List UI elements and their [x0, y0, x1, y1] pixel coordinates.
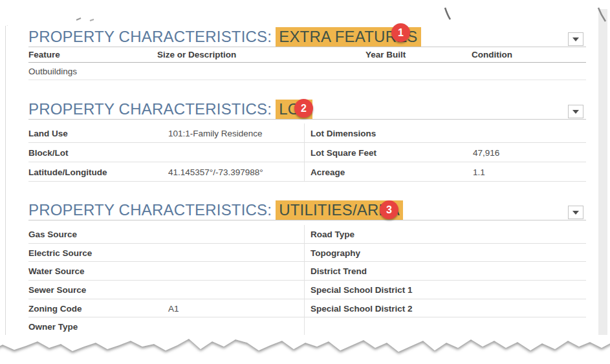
field-label: District Trend: [310, 266, 367, 276]
section-collapse-button[interactable]: [568, 206, 583, 219]
table-row: Outbuildings: [28, 63, 586, 80]
table-row: Water Source District Trend: [28, 262, 586, 281]
table-row: Owner Type: [28, 317, 586, 336]
table-row: Sewer Source Special School District 1: [28, 281, 586, 299]
field-label: Lot Dimensions: [310, 129, 376, 138]
field-label: Land Use: [28, 129, 68, 138]
feature-cell: Outbuildings: [28, 67, 77, 76]
section-header: PROPERTY CHARACTERISTICS:UTILITIES/AREA: [28, 201, 586, 220]
section-title: PROPERTY CHARACTERISTICS:EXTRA FEATURES: [28, 28, 421, 45]
table-row: Latitude/Longitude 41.145357°/-73.397988…: [28, 162, 586, 182]
field-label: Block/Lot: [28, 148, 69, 158]
field-value: 47,916: [473, 148, 499, 158]
scrollbar-track[interactable]: [598, 9, 607, 343]
table-row: Block/Lot Lot Square Feet 47,916: [28, 143, 586, 162]
section-title: PROPERTY CHARACTERISTICS:LOT: [28, 100, 312, 118]
field-label: Special School District 1: [310, 285, 413, 295]
field-label: Electric Source: [28, 248, 92, 258]
field-label: Gas Source: [28, 230, 77, 239]
panel-left-border: [5, 26, 6, 343]
table-row: Electric Source Topography: [28, 244, 586, 262]
field-label: Zoning Code: [28, 304, 82, 314]
section-header: PROPERTY CHARACTERISTICS:EXTRA FEATURES: [28, 28, 586, 47]
section-title-prefix: PROPERTY CHARACTERISTICS:: [28, 28, 272, 45]
section-extra-features: PROPERTY CHARACTERISTICS:EXTRA FEATURES …: [28, 28, 586, 80]
torn-bottom-edge: [0, 335, 610, 364]
field-label: Road Type: [310, 230, 354, 239]
column-header: Feature: [28, 50, 60, 59]
field-label: Water Source: [28, 266, 85, 276]
table-header-row: Feature Size or Description Year Built C…: [28, 48, 586, 63]
field-value: 1.1: [473, 167, 485, 177]
column-header: Year Built: [365, 50, 406, 59]
section-collapse-button[interactable]: [568, 105, 583, 118]
utilities-table: Gas Source Road Type Electric Source Top…: [28, 225, 586, 336]
field-label: Lot Square Feet: [310, 148, 376, 158]
lot-table: Land Use 101:1-Family Residence Lot Dime…: [28, 123, 586, 182]
property-report-page: PROPERTY CHARACTERISTICS:EXTRA FEATURES …: [0, 0, 610, 364]
chevron-down-icon: [572, 211, 579, 215]
field-label: Topography: [310, 248, 360, 258]
field-value: A1: [168, 304, 179, 314]
field-value: 41.145357°/-73.397988°: [168, 167, 263, 177]
field-label: Owner Type: [28, 322, 78, 332]
table-row: Zoning Code A1 Special School District 2: [28, 299, 586, 318]
table-row: Land Use 101:1-Family Residence Lot Dime…: [28, 123, 586, 143]
callout-badge-2: 2: [294, 99, 313, 118]
section-title-prefix: PROPERTY CHARACTERISTICS:: [28, 100, 272, 118]
torn-top-edge: [0, 0, 610, 26]
field-value: 101:1-Family Residence: [168, 129, 263, 138]
field-label: Latitude/Longitude: [28, 167, 107, 177]
callout-badge-3: 3: [380, 200, 398, 219]
column-header: Size or Description: [157, 50, 236, 59]
field-label: Sewer Source: [28, 285, 86, 295]
field-label: Acreage: [310, 167, 345, 177]
section-collapse-button[interactable]: [568, 32, 583, 46]
field-label: Special School District 2: [310, 304, 413, 314]
callout-badge-1: 1: [391, 23, 410, 42]
section-utilities-area: PROPERTY CHARACTERISTICS:UTILITIES/AREA …: [28, 201, 586, 336]
table-row: Gas Source Road Type: [28, 225, 586, 244]
section-title-prefix: PROPERTY CHARACTERISTICS:: [28, 201, 272, 219]
column-header: Condition: [472, 50, 512, 59]
section-title: PROPERTY CHARACTERISTICS:UTILITIES/AREA: [28, 201, 403, 219]
chevron-down-icon: [572, 37, 579, 41]
chevron-down-icon: [572, 110, 579, 114]
